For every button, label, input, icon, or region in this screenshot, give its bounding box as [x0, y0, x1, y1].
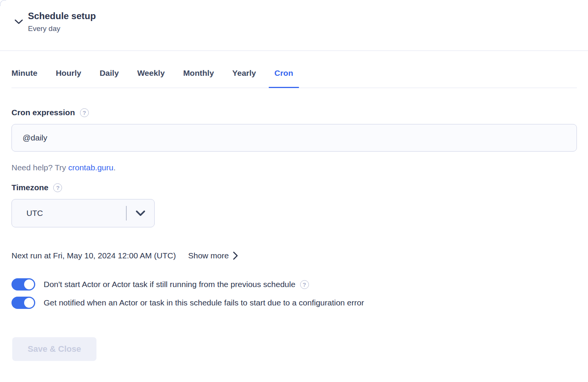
tab-daily[interactable]: Daily [100, 69, 119, 88]
next-run-row: Next run at Fri, May 10, 2024 12:00 AM (… [11, 251, 577, 260]
cron-expression-label: Cron expression [11, 108, 75, 117]
question-circle-icon[interactable]: ? [80, 108, 89, 117]
timezone-label: Timezone [11, 183, 48, 192]
page-title: Schedule setup [28, 11, 96, 22]
question-circle-icon[interactable]: ? [300, 280, 309, 289]
tab-weekly[interactable]: Weekly [137, 69, 165, 88]
show-more-link[interactable]: Show more [188, 251, 238, 260]
toggle-label: Don't start Actor or Actor task if still… [44, 280, 296, 289]
crontab-guru-link[interactable]: crontab.guru [68, 163, 113, 172]
show-more-label: Show more [188, 251, 229, 260]
toggle-row-dont-start: Don't start Actor or Actor task if still… [11, 278, 577, 291]
timezone-selected-value: UTC [12, 209, 126, 218]
tab-minute[interactable]: Minute [11, 69, 38, 88]
tab-hourly[interactable]: Hourly [56, 69, 82, 88]
chevron-down-icon[interactable] [15, 19, 23, 24]
toggle-row-get-notified: Get notified when an Actor or task in th… [11, 297, 577, 309]
schedule-setup-header: Schedule setup Every day [0, 0, 588, 51]
question-circle-icon[interactable]: ? [53, 183, 62, 192]
page-subtitle: Every day [28, 24, 96, 33]
cron-expression-label-row: Cron expression ? [11, 108, 577, 117]
cron-expression-input[interactable] [11, 124, 577, 152]
get-notified-toggle[interactable] [11, 297, 35, 309]
tab-monthly[interactable]: Monthly [183, 69, 214, 88]
chevron-down-icon [127, 210, 154, 216]
tab-yearly[interactable]: Yearly [232, 69, 256, 88]
toggle-knob [24, 298, 34, 308]
help-text-suffix: . [113, 163, 116, 172]
dont-start-toggle[interactable] [11, 278, 35, 291]
cron-help-text: Need help? Try crontab.guru. [11, 163, 577, 172]
help-text-prefix: Need help? Try [11, 163, 68, 172]
save-and-close-button[interactable]: Save & Close [12, 337, 96, 361]
timezone-select[interactable]: UTC [11, 199, 155, 227]
next-run-text: Next run at Fri, May 10, 2024 12:00 AM (… [11, 251, 176, 260]
timezone-label-row: Timezone ? [11, 183, 577, 192]
tab-cron[interactable]: Cron [274, 69, 293, 88]
chevron-right-icon [233, 251, 238, 260]
toggle-knob [24, 279, 34, 289]
toggle-label: Get notified when an Actor or task in th… [44, 298, 364, 307]
schedule-type-tabs: Minute Hourly Daily Weekly Monthly Yearl… [11, 69, 577, 88]
